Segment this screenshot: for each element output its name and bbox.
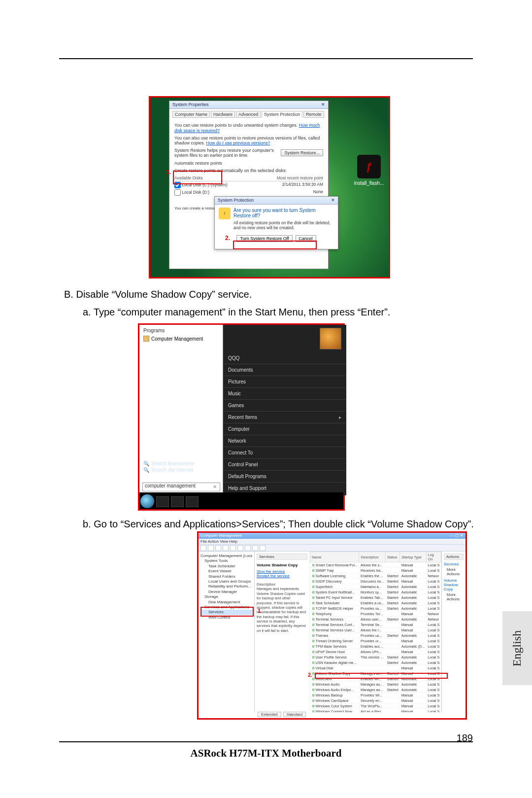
sysprop-link2[interactable]: How do I use previous versions? — [206, 140, 270, 145]
service-row[interactable]: ⚙TelephonyProvides Tel...ManualNetwor — [310, 611, 441, 617]
tree-node[interactable]: Reliability and Perform... — [200, 584, 252, 589]
service-row[interactable]: ⚙Terminal ServicesAllows user...StartedA… — [310, 617, 441, 622]
actions-more-1[interactable]: More Actions — [444, 567, 464, 576]
toolbar-button[interactable] — [230, 545, 236, 551]
auto-points-label: Automatic restore points — [174, 161, 323, 166]
service-row[interactable]: ⚙Windows Color SystemThe WcsPlu...Manual… — [310, 703, 441, 709]
user-picture[interactable] — [320, 328, 341, 349]
services-list[interactable]: NameDescriptionStatusStartup TypeLog On … — [310, 552, 441, 712]
tree-node[interactable]: Storage — [200, 594, 252, 599]
close-icon[interactable]: ✕ — [331, 198, 335, 203]
cm-tree[interactable]: Computer Management (Local)System ToolsT… — [199, 552, 255, 712]
taskbar-item[interactable] — [171, 496, 184, 507]
service-row[interactable]: ⚙USN Karaoke digital me...StartedAutomat… — [310, 660, 441, 665]
restart-service-link[interactable]: Restart the service — [257, 574, 307, 578]
start-right-item[interactable]: Pictures — [223, 376, 346, 388]
cm-title: Computer Management — [200, 533, 242, 538]
gear-icon: ⚙ — [312, 666, 315, 670]
toolbar-button[interactable] — [252, 545, 258, 551]
popup-question: Are you sure you want to turn System Res… — [233, 208, 334, 218]
service-row[interactable]: ⚙Smart Card Removal Pol...Allows the s..… — [310, 562, 441, 568]
services-column-header[interactable]: Description — [359, 552, 386, 562]
start-right-item[interactable]: Recent Items▸ — [223, 412, 346, 423]
toolbar-button[interactable] — [237, 545, 243, 551]
disk-d-checkbox[interactable] — [174, 189, 181, 196]
service-row[interactable]: ⚙SNMP TrapReceives tra...ManualLocal S — [310, 568, 441, 573]
service-row[interactable]: ⚙Windows AudioManages au...StartedAutoma… — [310, 682, 441, 687]
tab-remote[interactable]: Remote — [303, 111, 324, 118]
service-row[interactable]: ⚙User Profile ServiceThis service ...Sta… — [310, 655, 441, 660]
service-row[interactable]: ⚙Terminal Services User...Allows the r..… — [310, 627, 441, 633]
tab-hardware[interactable]: Hardware — [211, 111, 235, 118]
service-row[interactable]: ⚙Windows Audio Endpo...Manages au...Star… — [310, 687, 441, 693]
service-row[interactable]: ⚙Virtual DiskManualLocal S — [310, 665, 441, 671]
actions-panel: Actions Services More Actions Volume Sha… — [442, 552, 466, 712]
toolbar-button[interactable] — [200, 545, 206, 551]
toolbar-button[interactable] — [223, 545, 229, 551]
search-everywhere-link[interactable]: 🔍Search Everywhere — [143, 461, 194, 466]
tree-node[interactable]: Task Scheduler — [200, 564, 252, 569]
tree-node[interactable]: Event Viewer — [200, 569, 252, 574]
service-row[interactable]: ⚙TCP/IP NetBIOS HelperProvides su...Star… — [310, 606, 441, 611]
tab-advanced[interactable]: Advanced — [236, 111, 261, 118]
actions-more-2[interactable]: More Actions — [444, 592, 464, 601]
services-column-header[interactable]: Name — [310, 552, 359, 562]
close-icon[interactable]: ✕ — [321, 102, 325, 107]
services-column-header[interactable]: Log On — [426, 552, 441, 562]
tree-node[interactable]: Computer Management (Local) — [200, 554, 252, 558]
service-row[interactable]: ⚙SSDP DiscoveryDiscovers ne...StartedMan… — [310, 579, 441, 584]
start-button[interactable] — [140, 494, 154, 508]
tree-node[interactable]: Shared Folders — [200, 574, 252, 579]
window-controls[interactable]: — ▢ ✕ — [450, 533, 464, 538]
service-row[interactable]: ⚙Windows BackupProvides Wi...ManualLocal… — [310, 693, 441, 698]
gear-icon: ⚙ — [312, 639, 315, 643]
start-right-item[interactable]: Default Programs — [223, 471, 346, 483]
start-right-item[interactable]: Games — [223, 400, 346, 412]
service-row[interactable]: ⚙UPnP Device HostAllows UPn...ManualLoca… — [310, 649, 441, 655]
tab-system-protection[interactable]: System Protection — [262, 111, 302, 118]
cm-menubar[interactable]: File Action View Help — [199, 539, 466, 545]
service-row[interactable]: ⚙ThemesProvides us...StartedAutomaticLoc… — [310, 633, 441, 638]
tab-extended[interactable]: Extended — [258, 712, 281, 717]
start-right-item[interactable]: Connect To — [223, 447, 346, 459]
tree-node[interactable]: Local Users and Groups — [200, 579, 252, 584]
toolbar-button[interactable] — [208, 545, 214, 551]
services-column-header[interactable]: Status — [386, 552, 400, 562]
service-row[interactable]: ⚙TPM Base ServicesEnables acc...Automati… — [310, 644, 441, 649]
tab-standard[interactable]: Standard — [283, 712, 306, 717]
start-right-item[interactable]: Network — [223, 435, 346, 447]
stop-service-link[interactable]: Stop the service — [257, 569, 307, 574]
taskbar-item[interactable] — [186, 496, 199, 507]
start-right-item[interactable]: Documents — [223, 364, 346, 376]
service-row[interactable]: ⚙Task SchedulerEnables a us...StartedAut… — [310, 600, 441, 606]
tree-node[interactable]: Device Manager — [200, 590, 252, 594]
service-row[interactable]: ⚙Windows Connect Now...Act as a Reg...Ma… — [310, 709, 441, 713]
service-row[interactable]: ⚙System Event Notificati...Monitors sy..… — [310, 590, 441, 595]
start-right-item[interactable]: Music — [223, 388, 346, 400]
start-right-item[interactable]: QQQ — [223, 352, 346, 364]
gear-icon: ⚙ — [312, 585, 315, 589]
tree-node[interactable]: Disk Management — [200, 600, 252, 605]
tree-node[interactable]: System Tools — [200, 558, 252, 563]
search-internet-link[interactable]: 🔍Search the Internet — [143, 467, 194, 473]
service-row[interactable]: ⚙Tablet PC Input ServiceEnables Tab...St… — [310, 595, 441, 600]
start-right-item[interactable]: Computer — [223, 423, 346, 435]
toolbar-button[interactable] — [215, 545, 221, 551]
start-right-item[interactable]: Control Panel — [223, 459, 346, 471]
disk-row: Local Disk (D:) None — [174, 189, 323, 196]
program-item-computer-management[interactable]: Computer Management — [139, 334, 223, 343]
services-detail-panel: Services Volume Shadow Copy Stop the ser… — [255, 552, 310, 712]
toolbar-button[interactable] — [245, 545, 251, 551]
service-row[interactable]: ⚙Thread Ordering ServerProvides or...Man… — [310, 638, 441, 644]
system-restore-button[interactable]: System Restore... — [281, 149, 323, 156]
toolbar-button[interactable] — [260, 545, 266, 551]
services-column-header[interactable]: Startup Type — [400, 552, 427, 562]
service-row[interactable]: ⚙Windows CardSpaceSecurely en...ManualLo… — [310, 698, 441, 703]
service-row[interactable]: ⚙Software LicensingEnables the ...Starte… — [310, 573, 441, 579]
service-row[interactable]: ⚙Terminal Services Conf...Terminal Se...… — [310, 622, 441, 627]
tab-computer-name[interactable]: Computer Name — [172, 111, 210, 118]
start-menu-search-box[interactable]: computer management ✕ — [142, 483, 220, 491]
service-row[interactable]: ⚙SuperfetchMaintains a...StartedAutomati… — [310, 584, 441, 590]
taskbar-item[interactable] — [156, 496, 169, 507]
callout-2-box — [233, 241, 317, 249]
